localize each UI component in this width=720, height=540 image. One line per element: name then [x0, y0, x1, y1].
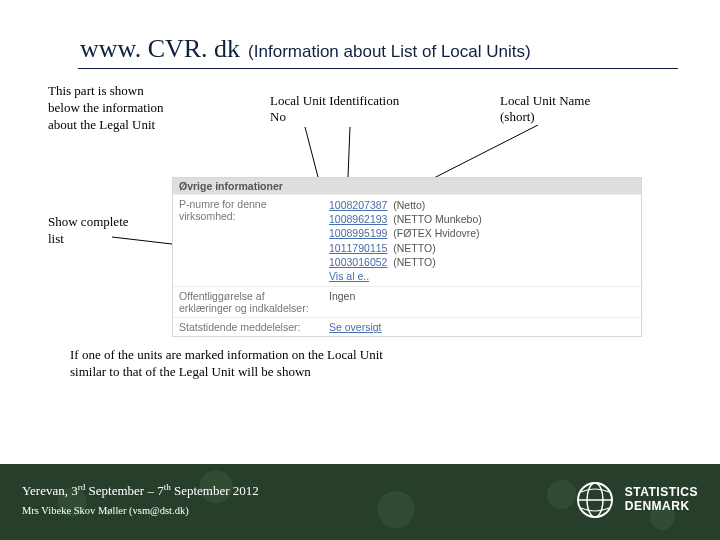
- logo-text: STATISTICS DENMARK: [625, 486, 698, 514]
- footer-author: Mrs Vibeke Skov Møller (vsm@dst.dk): [22, 505, 259, 516]
- svg-line-1: [348, 127, 350, 177]
- panel-header: Øvrige informationer: [173, 178, 641, 194]
- svg-line-0: [305, 127, 318, 177]
- list-item: 1011790115 (NETTO): [329, 241, 635, 255]
- panel-row-label: Offentliggørelse af erklæringer og indka…: [173, 287, 323, 317]
- title-main: www. CVR. dk: [80, 34, 240, 63]
- title-subtitle: (Information about List of Local Units): [248, 42, 531, 61]
- slide-title: www. CVR. dk (Information about List of …: [0, 0, 720, 64]
- panel-row-label: P-numre for denne virksomhed:: [173, 195, 323, 286]
- panel-row-offentlig: Offentliggørelse af erklæringer og indka…: [173, 286, 641, 317]
- embedded-panel: Øvrige informationer P-numre for denne v…: [172, 177, 642, 337]
- list-item: 1008962193 (NETTO Munkebo): [329, 212, 635, 226]
- annotation-left: This part is shown below the information…: [48, 83, 168, 134]
- footer-date: Yerevan, 3rd September – 7th September 2…: [22, 482, 259, 499]
- annotation-id-label: Local Unit Identification No: [270, 93, 400, 126]
- annotation-bottom: If one of the units are marked informati…: [70, 347, 400, 381]
- panel-row-values: 1008207387 (Netto) 1008962193 (NETTO Mun…: [323, 195, 641, 286]
- list-item: 1008207387 (Netto): [329, 198, 635, 212]
- panel-row-value: Ingen: [323, 287, 641, 317]
- slide-footer: Yerevan, 3rd September – 7th September 2…: [0, 464, 720, 540]
- annotation-showlist: Show complete list: [48, 214, 138, 248]
- globe-icon: [575, 480, 615, 520]
- list-item: 1003016052 (NETTO): [329, 255, 635, 269]
- list-item: 1008995199 (FØTEX Hvidovre): [329, 226, 635, 240]
- content-area: This part is shown below the information…: [0, 69, 720, 429]
- panel-row-label: Statstidende meddelelser:: [173, 318, 323, 336]
- footer-logo: STATISTICS DENMARK: [575, 480, 698, 520]
- svg-line-2: [428, 125, 538, 181]
- annotation-name-label: Local Unit Name (short): [500, 93, 610, 126]
- show-all-link[interactable]: Vis al e..: [329, 270, 369, 282]
- footer-text: Yerevan, 3rd September – 7th September 2…: [22, 482, 259, 516]
- panel-row-pnumre: P-numre for denne virksomhed: 1008207387…: [173, 194, 641, 286]
- overview-link[interactable]: Se oversigt: [329, 321, 382, 333]
- panel-row-statstidende: Statstidende meddelelser: Se oversigt: [173, 317, 641, 336]
